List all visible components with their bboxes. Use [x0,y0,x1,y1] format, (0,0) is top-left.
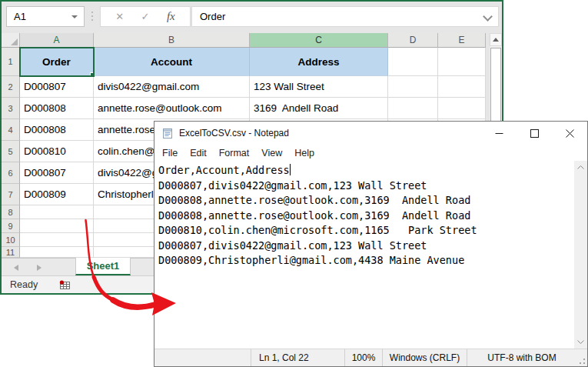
cell[interactable]: 3169 Andell Road [250,98,388,119]
notepad-window: ExcelToCSV.csv - Notepad File Edit [154,121,588,367]
window-title: ExcelToCSV.csv - Notepad [179,128,289,138]
menu-view[interactable]: View [255,148,288,158]
minimize-icon [495,129,503,138]
screenshot-stage: A1 ✕ ✓ fx Order A B C D E 1 [0,0,588,367]
cell[interactable]: D000809 [20,184,94,205]
maximize-icon [530,129,539,138]
insert-function-icon[interactable]: fx [167,11,175,22]
row-number[interactable]: 4 [2,119,20,141]
cell[interactable]: D000808 [20,119,94,141]
column-header-a[interactable]: A [20,33,94,48]
cell-a1-selected[interactable]: Order [20,48,94,76]
row-number[interactable]: 10 [2,233,20,247]
sheet-nav-right-icon[interactable] [37,265,42,271]
cell[interactable] [20,205,94,219]
cell[interactable]: divis0422@gmail.com [94,76,250,98]
scrollbar-thumb[interactable] [490,48,501,122]
text-cursor [290,164,291,175]
sheet-tab-sheet1[interactable]: Sheet1 [75,258,131,275]
text-line-content: Order,Account,Address [158,164,290,176]
table-row: 2 D000807 divis0422@gmail.com 123 Wall S… [2,76,486,98]
notepad-text-area[interactable]: Order,Account,Address D000807,divis0422@… [154,161,574,349]
select-all-triangle-icon [11,38,18,45]
cell[interactable]: D000808 [20,98,94,119]
menu-file[interactable]: File [156,148,184,158]
notepad-title-bar: ExcelToCSV.csv - Notepad [154,122,587,145]
chevron-down-icon[interactable] [71,15,78,18]
name-box-value: A1 [14,11,26,22]
row-number[interactable]: 1 [2,48,20,76]
cell[interactable] [20,219,94,233]
cell[interactable]: annette.rose@outlook.com [94,98,250,119]
menu-format[interactable]: Format [213,148,256,158]
formula-bar-expand-icon[interactable] [483,12,493,22]
text-line: D000810,colin.chen@microsoft.com,1165 Pa… [158,223,574,239]
column-header-d[interactable]: D [388,33,438,48]
excel-formula-toolbar: A1 ✕ ✓ fx Order [2,2,502,33]
toolbar-separator [91,12,93,21]
cell[interactable] [20,247,94,258]
name-box[interactable]: A1 [6,6,85,27]
column-headers: A B C D E [2,33,486,48]
enter-icon[interactable]: ✓ [141,12,150,22]
row-number[interactable]: 3 [2,98,20,119]
cell[interactable] [438,48,486,76]
select-all-corner[interactable] [2,33,20,48]
row-number[interactable]: 8 [2,205,20,219]
column-header-b[interactable]: B [94,33,250,48]
arrow-shaft [113,300,156,307]
row-number[interactable]: 11 [2,247,20,258]
scroll-up-icon[interactable] [577,165,584,169]
cell[interactable]: D000807 [20,162,94,184]
encoding: UTF-8 with BOM [467,352,576,363]
notepad-icon [161,127,174,139]
notepad-menu-bar: File Edit Format View Help [154,145,587,161]
formula-bar-value: Order [200,11,225,22]
cell[interactable]: D000810 [20,141,94,162]
text-line: Order,Account,Address [158,163,574,178]
row-number[interactable]: 5 [2,141,20,162]
cell[interactable] [388,48,438,76]
cell[interactable] [20,233,94,247]
notepad-status-bar: Ln 1, Col 22 100% Windows (CRLF) UTF-8 w… [154,349,587,366]
column-header-c[interactable]: C [250,33,388,48]
cell[interactable] [388,98,438,119]
table-row: 3 D000808 annette.rose@outlook.com 3169 … [2,98,486,119]
maximize-button[interactable] [517,122,552,145]
ready-status-label: Ready [10,279,38,290]
text-line: D000807,divis0422@gmail.com,123 Wall Str… [158,178,574,194]
table-row: 1 Order Account Address [2,48,486,76]
macro-record-icon[interactable] [59,280,71,290]
close-icon [566,129,574,138]
resize-grip[interactable] [576,349,587,366]
cell-b1[interactable]: Account [94,48,250,76]
row-number[interactable]: 9 [2,219,20,233]
cursor-position: Ln 1, Col 22 [251,352,344,363]
cell[interactable] [438,76,486,98]
menu-edit[interactable]: Edit [184,148,213,158]
text-line: D000807,divis0422@gmail.com,123 Wall Str… [158,239,574,254]
cell[interactable]: D000807 [20,76,94,98]
scroll-down-icon[interactable] [577,340,584,344]
formula-bar[interactable]: Order [191,6,499,27]
cell-c1[interactable]: Address [250,48,388,76]
sheet-nav-left-icon[interactable] [14,265,18,271]
cancel-icon[interactable]: ✕ [115,12,124,22]
row-number[interactable]: 7 [2,184,20,205]
window-controls [481,122,587,145]
menu-help[interactable]: Help [288,148,321,158]
row-number[interactable]: 6 [2,162,20,184]
text-line: D000808,annette.rose@outlook.com,3169 An… [158,209,574,224]
zoom-level: 100% [345,352,382,363]
close-button[interactable] [552,122,587,145]
row-number[interactable]: 2 [2,76,20,98]
scroll-up-icon [493,38,499,42]
scroll-up-button[interactable] [490,33,502,46]
column-header-e[interactable]: E [438,33,486,48]
cell[interactable] [388,76,438,98]
formula-buttons: ✕ ✓ fx [100,6,191,27]
cell[interactable] [438,98,486,119]
minimize-button[interactable] [481,122,517,145]
notepad-vertical-scrollbar[interactable] [574,161,587,349]
cell[interactable]: 123 Wall Street [250,76,388,98]
